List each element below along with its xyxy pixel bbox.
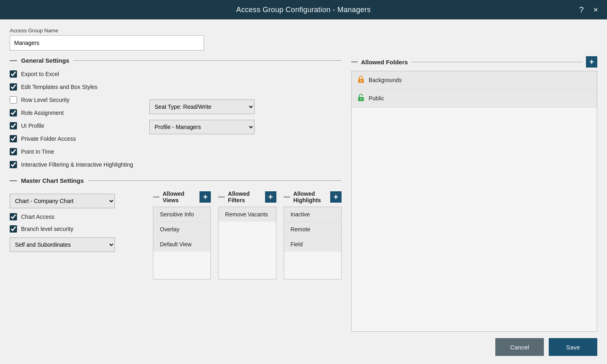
settings-grid: Export to ExcelEdit Templates and Box St… xyxy=(10,70,342,168)
master-chart-line xyxy=(88,180,342,181)
svg-point-1 xyxy=(361,80,362,82)
checkbox-row: Row Level Security xyxy=(10,96,133,104)
general-setting-checkbox-4[interactable] xyxy=(10,122,17,129)
general-setting-checkbox-1[interactable] xyxy=(10,83,17,91)
cancel-button[interactable]: Cancel xyxy=(495,338,544,356)
seat-type-select[interactable]: Seat Type: Read/Write Seat Type: Read On… xyxy=(149,99,255,114)
allowed-filters-title: Allowed Filters xyxy=(228,190,258,203)
master-chart-header: — Master Chart Settings xyxy=(10,176,342,185)
checkbox-row: Role Assignment xyxy=(10,109,133,116)
allowed-filters-header: — Allowed Filters + xyxy=(218,190,276,203)
list-item[interactable]: Field xyxy=(284,237,341,252)
master-chart-title: Master Chart Settings xyxy=(21,177,84,184)
help-button[interactable]: ? xyxy=(577,5,586,15)
add-highlight-button[interactable]: + xyxy=(330,191,342,203)
master-chart-left: Chart - Company Chart Chart - Other Char… xyxy=(10,190,143,252)
chart-access-checkbox[interactable] xyxy=(10,213,17,220)
folder-name: Public xyxy=(369,95,384,102)
allowed-views-panel: — Allowed Views + Sensitive InfoOverlayD… xyxy=(153,190,211,279)
allowed-views-header: — Allowed Views + xyxy=(153,190,211,203)
main-window: Access Group Configuration - Managers ? … xyxy=(0,0,607,364)
general-settings-title: General Settings xyxy=(21,57,69,64)
checkbox-row: Private Folder Access xyxy=(10,135,133,142)
general-setting-label-1: Edit Templates and Box Styles xyxy=(21,84,98,90)
content-area: Access Group Name — General Settings xyxy=(0,19,607,364)
chart-access-row: Chart Access xyxy=(10,213,143,220)
allowed-filters-panel: — Allowed Filters + Remove Vacants xyxy=(218,190,276,279)
general-setting-label-6: Point In Time xyxy=(21,148,54,155)
allowed-panels: — Allowed Views + Sensitive InfoOverlayD… xyxy=(153,190,342,279)
checkbox-row: Export to Excel xyxy=(10,70,133,78)
checkbox-row: Edit Templates and Box Styles xyxy=(10,83,133,91)
general-setting-checkbox-3[interactable] xyxy=(10,109,17,116)
access-group-name-label: Access Group Name xyxy=(10,28,597,34)
list-item[interactable]: Remote xyxy=(284,222,341,237)
general-setting-label-5: Private Folder Access xyxy=(21,135,76,142)
branch-level-checkbox[interactable] xyxy=(10,225,17,233)
list-item[interactable]: Sensitive Info xyxy=(153,207,210,222)
list-item[interactable]: Overlay xyxy=(153,222,210,237)
subordinates-dropdown[interactable]: Self and Subordinates Self Only All xyxy=(10,237,115,252)
master-chart-dash: — xyxy=(10,176,17,185)
dropdowns-column: Seat Type: Read/Write Seat Type: Read On… xyxy=(149,70,255,168)
general-setting-checkbox-6[interactable] xyxy=(10,148,17,155)
list-item[interactable]: Remove Vacants xyxy=(219,207,276,222)
allowed-folders-section: — Allowed Folders + Backgrounds Public xyxy=(351,56,597,333)
titlebar: Access Group Configuration - Managers ? … xyxy=(0,0,607,19)
general-setting-checkbox-5[interactable] xyxy=(10,135,17,142)
save-button[interactable]: Save xyxy=(549,338,597,356)
checkbox-row: Point In Time xyxy=(10,148,133,155)
add-folder-button[interactable]: + xyxy=(586,56,597,68)
general-setting-label-7: Interactive Filtering & Interactive High… xyxy=(21,161,133,168)
allowed-views-title: Allowed Views xyxy=(163,190,193,203)
general-setting-label-4: UI Profile xyxy=(21,123,45,129)
general-setting-label-3: Role Assignment xyxy=(21,110,64,116)
general-settings-header: — General Settings xyxy=(10,56,342,65)
orange-lock-icon xyxy=(357,75,365,85)
chart-access-label: Chart Access xyxy=(21,214,54,220)
branch-level-label: Branch level security xyxy=(21,226,73,232)
branch-level-row: Branch level security xyxy=(10,225,143,233)
folder-name: Backgrounds xyxy=(369,77,402,83)
general-settings-line xyxy=(73,60,342,61)
general-setting-checkbox-7[interactable] xyxy=(10,161,17,168)
window-title: Access Group Configuration - Managers xyxy=(236,6,371,14)
titlebar-controls: ? × xyxy=(577,5,601,15)
close-button[interactable]: × xyxy=(591,5,601,15)
allowed-views-list: Sensitive InfoOverlayDefault View xyxy=(153,207,211,279)
allowed-folders-header: — Allowed Folders + xyxy=(351,56,597,68)
allowed-highlights-list: InactiveRemoteField xyxy=(284,207,342,279)
access-group-name-input[interactable] xyxy=(10,35,204,51)
checkbox-row: UI Profile xyxy=(10,122,133,129)
svg-point-3 xyxy=(361,99,362,100)
add-view-button[interactable]: + xyxy=(200,191,211,203)
allowed-folders-title: Allowed Folders xyxy=(361,59,408,66)
master-chart-section: — Master Chart Settings Chart - Company … xyxy=(10,176,342,279)
master-chart-content: Chart - Company Chart Chart - Other Char… xyxy=(10,190,342,279)
checkbox-row: Interactive Filtering & Interactive High… xyxy=(10,161,133,168)
general-settings-dash: — xyxy=(10,56,17,65)
left-panel: — General Settings Export to ExcelEdit T… xyxy=(10,56,342,333)
allowed-highlights-header: — Allowed Highlights + xyxy=(284,190,342,203)
top-section: — General Settings Export to ExcelEdit T… xyxy=(10,56,597,333)
general-setting-label-0: Export to Excel xyxy=(21,71,59,77)
allowed-highlights-panel: — Allowed Highlights + InactiveRemoteFie… xyxy=(284,190,342,279)
list-item[interactable]: Backgrounds xyxy=(352,71,597,89)
add-filter-button[interactable]: + xyxy=(265,191,276,203)
general-setting-checkbox-2[interactable] xyxy=(10,96,17,104)
list-item[interactable]: Inactive xyxy=(284,207,341,222)
chart-dropdown[interactable]: Chart - Company Chart Chart - Other xyxy=(10,194,115,208)
general-setting-checkbox-0[interactable] xyxy=(10,70,17,78)
checkboxes-column: Export to ExcelEdit Templates and Box St… xyxy=(10,70,133,168)
general-setting-label-2: Row Level Security xyxy=(21,97,70,103)
list-item[interactable]: Public xyxy=(352,89,597,108)
allowed-folders-list: Backgrounds Public xyxy=(351,71,597,332)
bottom-bar: Cancel Save xyxy=(10,333,597,358)
green-lock-icon xyxy=(357,93,365,103)
general-settings-section: — General Settings Export to ExcelEdit T… xyxy=(10,56,342,168)
allowed-filters-list: Remove Vacants xyxy=(218,207,276,279)
list-item[interactable]: Default View xyxy=(153,237,210,252)
profile-select[interactable]: Profile - Managers Profile - Default xyxy=(149,120,255,134)
access-group-name-field: Access Group Name xyxy=(10,28,597,56)
allowed-highlights-title: Allowed Highlights xyxy=(293,190,324,203)
